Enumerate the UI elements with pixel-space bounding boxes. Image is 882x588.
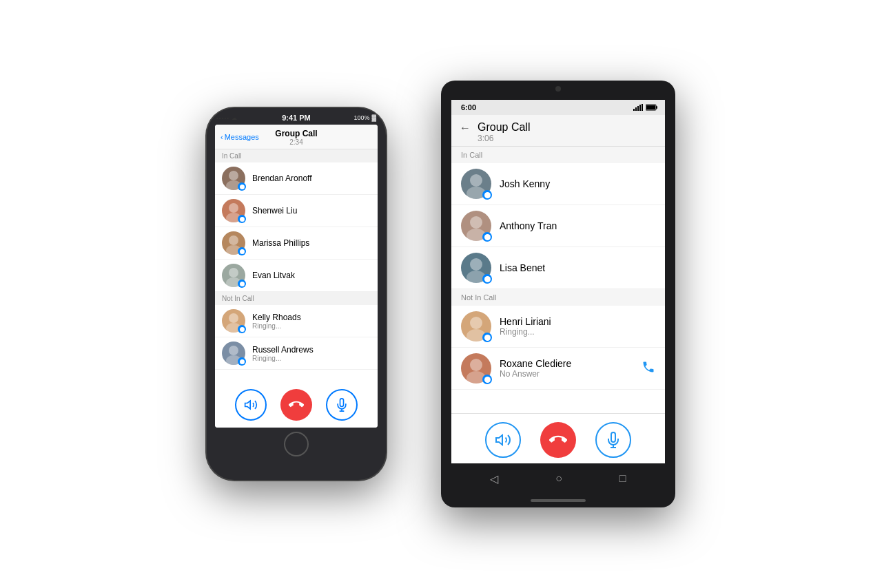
android-home-nav-icon[interactable]: ○ [555,472,562,485]
contact-info: Henri Liriani Ringing... [500,316,551,337]
svg-point-2 [229,203,238,213]
iphone-signal: ••••• ☁ [216,115,238,121]
android-top [441,81,675,100]
end-call-button[interactable] [280,389,312,421]
avatar-wrap [461,211,491,241]
list-item: Henri Liriani Ringing... [451,306,665,348]
contact-name: Evan Litvak [252,271,295,280]
messenger-badge [482,190,492,200]
android-back-button[interactable]: ← [460,122,471,134]
contact-name: Henri Liriani [500,316,551,327]
list-item: Brendan Aronoff [215,162,378,195]
android-back-nav-icon[interactable]: ◁ [490,472,498,485]
contact-status: Ringing... [500,327,551,337]
svg-rect-22 [656,106,657,109]
contact-name: Kelly Rhoads [252,313,301,322]
svg-point-31 [470,359,482,371]
contact-status: Ringing... [252,322,301,330]
contact-status: Ringing... [252,355,314,362]
list-item: Roxane Clediere No Answer [451,348,665,390]
iphone-back-button[interactable]: ‹ Messages [220,133,259,141]
android-device: 6:00 ← Group Call 3:06 [441,81,675,507]
svg-marker-33 [496,435,502,445]
iphone-home-button[interactable] [284,432,309,456]
contact-name: Lisa Benet [500,262,545,273]
list-item: Marissa Phillips [215,227,378,260]
battery-icon [646,104,658,111]
svg-rect-19 [642,104,643,111]
list-item: Shenwei Liu [215,195,378,227]
android-nav-buttons: ◁ ○ □ [441,463,675,494]
avatar-wrap [222,199,245,222]
list-item: Josh Kenny [451,163,665,205]
iphone-in-call-header: In Call [215,149,378,162]
android-bottom-bar [441,494,675,507]
iphone-device: ••••• ☁ 9:41 PM 100% ▓ ‹ Messages Group … [207,108,386,480]
iphone-battery-text: 100% [353,114,369,121]
avatar-wrap [222,264,245,287]
svg-point-8 [229,313,238,323]
svg-point-0 [229,171,238,180]
svg-point-23 [470,174,482,187]
svg-point-29 [470,317,482,329]
chevron-left-icon: ‹ [220,133,223,141]
iphone-battery-area: 100% ▓ [353,114,376,121]
list-item: Anthony Tran [451,205,665,247]
svg-point-27 [470,258,482,271]
android-call-subtitle: 3:06 [478,134,530,143]
android-contact-list: In Call Josh Kenny [451,147,665,413]
messenger-badge [482,333,492,342]
svg-marker-12 [245,401,251,409]
svg-point-6 [229,268,238,277]
contact-name: Anthony Tran [500,220,557,231]
svg-point-10 [229,346,238,355]
contact-name: Roxane Clediere [500,358,633,369]
android-call-controls [451,413,665,463]
android-camera [555,86,561,92]
messenger-badge [482,274,492,284]
contact-name: Marissa Phillips [252,238,309,248]
messenger-badge [238,280,246,288]
android-call-title: Group Call [478,120,530,134]
contact-info: Kelly Rhoads Ringing... [252,313,301,330]
android-speaker-button[interactable] [485,422,521,458]
avatar-wrap [461,169,491,199]
android-screen: 6:00 ← Group Call 3:06 [451,100,665,463]
messenger-badge [482,232,492,242]
iphone-back-label: Messages [225,133,259,141]
avatar-wrap [222,342,245,365]
contact-name: Josh Kenny [500,178,550,189]
avatar-wrap [461,353,491,384]
iphone-contact-list: In Call Brendan Aronoff [215,149,378,379]
avatar-wrap [222,167,245,190]
messenger-badge [238,325,246,333]
signal-icon [633,104,643,111]
android-mute-button[interactable] [595,422,631,458]
avatar-wrap [222,309,245,333]
messenger-badge [238,182,246,191]
android-end-call-button[interactable] [540,422,576,458]
svg-rect-17 [637,106,639,111]
avatar-wrap [461,253,491,283]
iphone-screen: ‹ Messages Group Call 2:34 In Call Brend… [215,125,378,428]
contact-name: Russell Andrews [252,345,314,355]
iphone-call-controls [215,379,378,428]
iphone-nav-bar: ‹ Messages Group Call 2:34 [215,125,378,149]
android-in-call-header: In Call [451,147,665,163]
list-item: Kelly Rhoads Ringing... [215,305,378,337]
svg-rect-18 [639,105,641,111]
svg-point-4 [229,235,238,245]
android-recents-nav-icon[interactable]: □ [619,472,626,485]
mute-button[interactable] [326,389,358,421]
avatar-wrap [461,311,491,342]
messenger-badge [238,215,246,223]
svg-rect-15 [633,109,635,111]
messenger-badge [238,357,246,366]
list-item: Russell Andrews Ringing... [215,337,378,370]
speaker-button[interactable] [235,389,267,421]
messenger-badge [482,375,492,384]
scene: ••••• ☁ 9:41 PM 100% ▓ ‹ Messages Group … [0,0,882,588]
call-icon[interactable] [642,360,655,377]
messenger-badge [238,247,246,255]
contact-info: Roxane Clediere No Answer [500,358,633,379]
